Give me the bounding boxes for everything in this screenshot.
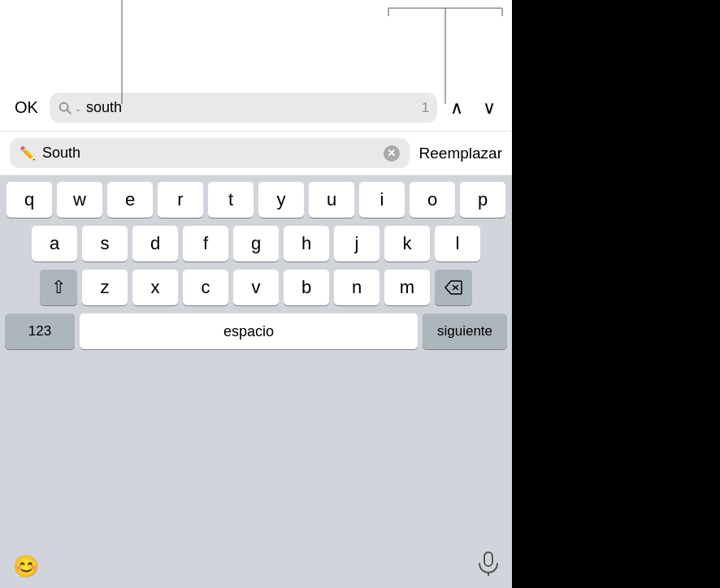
search-chevron-icon[interactable]: ⌄ (75, 104, 81, 113)
keyboard-row-2: a s d f g h j k l (2, 226, 510, 262)
key-h[interactable]: h (284, 226, 329, 262)
search-bar: OK ⌄ 1 ∧ ∨ (0, 81, 512, 132)
search-field-wrapper: ⌄ 1 (50, 93, 437, 123)
key-b[interactable]: b (284, 270, 329, 305)
key-f[interactable]: f (183, 226, 228, 262)
search-icon (58, 101, 72, 115)
key-q[interactable]: q (7, 182, 52, 218)
key-t[interactable]: t (208, 182, 254, 218)
space-key[interactable]: espacio (80, 313, 418, 349)
microphone-button[interactable] (478, 551, 499, 582)
next-match-button[interactable]: ∨ (476, 94, 502, 122)
replace-bar: ✏️ ✕ Reemplazar (0, 132, 512, 175)
key-s[interactable]: s (82, 226, 128, 262)
keyboard-row-3: ⇧ z x c v b n m (2, 270, 510, 305)
replace-button[interactable]: Reemplazar (419, 145, 502, 162)
key-m[interactable]: m (384, 270, 430, 305)
shift-key[interactable]: ⇧ (40, 270, 77, 305)
key-g[interactable]: g (233, 226, 279, 262)
key-w[interactable]: w (57, 182, 102, 218)
replace-input[interactable] (42, 145, 379, 162)
key-d[interactable]: d (132, 226, 178, 262)
key-x[interactable]: x (132, 270, 178, 305)
keyboard: q w e r t y u i o p a s d f g h j k l ⇧ … (0, 175, 512, 548)
svg-line-6 (67, 110, 72, 114)
search-input[interactable] (86, 99, 411, 116)
ok-button[interactable]: OK (10, 95, 43, 120)
emoji-mic-row: 😊 (0, 548, 512, 588)
delete-key[interactable] (435, 270, 472, 305)
numbers-key[interactable]: 123 (5, 313, 75, 349)
key-n[interactable]: n (334, 270, 380, 305)
key-a[interactable]: a (32, 226, 77, 262)
key-j[interactable]: j (334, 226, 380, 262)
key-k[interactable]: k (384, 226, 430, 262)
match-count: 1 (416, 101, 429, 115)
right-panel (512, 0, 720, 588)
key-e[interactable]: e (107, 182, 153, 218)
svg-rect-9 (484, 552, 492, 566)
svg-point-5 (60, 102, 68, 110)
search-icon-wrap: ⌄ (58, 101, 81, 115)
key-p[interactable]: p (460, 182, 505, 218)
next-key[interactable]: siguiente (423, 313, 507, 349)
key-l[interactable]: l (435, 226, 480, 262)
clear-replace-button[interactable]: ✕ (384, 145, 400, 162)
key-v[interactable]: v (233, 270, 279, 305)
key-z[interactable]: z (82, 270, 128, 305)
prev-match-button[interactable]: ∧ (444, 94, 470, 122)
keyboard-row-1: q w e r t y u i o p (2, 182, 510, 218)
key-r[interactable]: r (158, 182, 203, 218)
key-y[interactable]: y (258, 182, 304, 218)
pencil-icon: ✏️ (20, 145, 36, 161)
bottom-row: 123 espacio siguiente (2, 313, 510, 354)
key-o[interactable]: o (410, 182, 455, 218)
key-u[interactable]: u (309, 182, 354, 218)
replace-field-wrapper: ✏️ ✕ (10, 138, 410, 168)
emoji-button[interactable]: 😊 (13, 554, 39, 579)
key-c[interactable]: c (183, 270, 228, 305)
key-i[interactable]: i (359, 182, 405, 218)
